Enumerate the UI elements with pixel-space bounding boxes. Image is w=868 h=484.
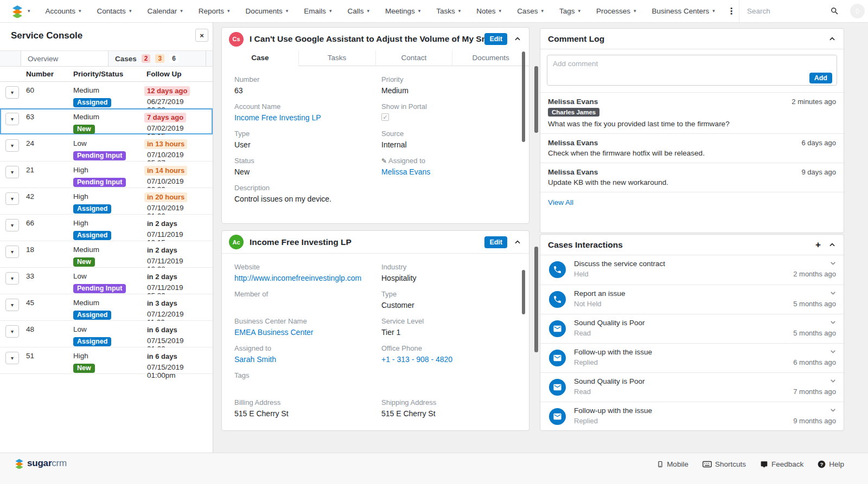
tab-contact[interactable]: Contact xyxy=(376,50,453,66)
sugarcrm-brand[interactable]: sugarcrm xyxy=(14,458,67,469)
case-title: I Can't Use Google Assistant to Adjust t… xyxy=(250,34,484,44)
account-card-scrollbar[interactable] xyxy=(522,270,525,314)
edit-account-button[interactable]: Edit xyxy=(484,236,507,248)
chevron-down-icon[interactable] xyxy=(829,347,837,357)
footer-link-feedback[interactable]: Feedback xyxy=(760,460,803,468)
row-expand-button[interactable]: ▾ xyxy=(5,166,19,178)
table-row[interactable]: ▾ 51 High New in 6 days 07/15/2019 01:00… xyxy=(0,347,213,374)
more-menu-icon[interactable]: ⋮ xyxy=(724,6,739,16)
comment-text: Check when the firmware hotfix will be r… xyxy=(548,149,836,157)
nav-menu-item-reports[interactable]: Reports ▾ xyxy=(199,7,230,15)
footer-link-shortcuts[interactable]: Shortcuts xyxy=(703,460,746,468)
collapse-icon[interactable] xyxy=(828,35,836,43)
show-in-portal-checkbox[interactable]: ✓ xyxy=(381,113,389,121)
tab-overview[interactable]: Overview xyxy=(21,51,108,66)
table-row[interactable]: ▾ 18 Medium New in 2 days 07/11/2019 12:… xyxy=(0,241,213,268)
tab-documents[interactable]: Documents xyxy=(452,50,529,66)
table-row[interactable]: ▾ 24 Low Pending Input in 13 hours 07/10… xyxy=(0,135,213,162)
case-status-value: New xyxy=(234,167,373,177)
row-expand-button[interactable]: ▾ xyxy=(5,352,19,364)
nav-menu-item-business-centers[interactable]: Business Centers ▾ xyxy=(652,7,715,15)
tab-cases[interactable]: Cases 2 3 6 xyxy=(108,51,206,66)
interaction-row[interactable]: Follow-up with the issue Replied 9 month… xyxy=(540,402,844,431)
row-expand-button[interactable]: ▾ xyxy=(5,113,19,125)
col-priority-status[interactable]: Priority/Status xyxy=(73,70,123,78)
col-number[interactable]: Number xyxy=(26,70,54,78)
nav-menu-item-documents[interactable]: Documents ▾ xyxy=(246,7,289,15)
col-follow-up[interactable]: Follow Up xyxy=(146,70,182,78)
row-expand-button[interactable]: ▾ xyxy=(5,139,19,152)
table-row[interactable]: ▾ 66 High Assigned in 2 days 07/11/2019 … xyxy=(0,215,213,241)
add-comment-input[interactable] xyxy=(547,55,837,86)
comment-author: Melissa Evans xyxy=(548,139,836,147)
interaction-row[interactable]: Follow-up with the issue Replied 6 month… xyxy=(540,343,844,372)
case-card-scrollbar[interactable] xyxy=(522,51,525,142)
badge-overdue-count: 2 xyxy=(142,54,151,63)
field-label: Industry xyxy=(381,263,520,271)
home-menu[interactable]: ▾ xyxy=(0,5,30,18)
chevron-down-icon[interactable] xyxy=(829,406,837,416)
add-comment-button[interactable]: Add xyxy=(809,73,832,83)
row-expand-button[interactable]: ▾ xyxy=(5,272,19,285)
close-icon[interactable]: × xyxy=(195,29,208,42)
row-expand-button[interactable]: ▾ xyxy=(5,219,19,231)
collapse-icon[interactable] xyxy=(514,35,521,43)
view-all-link[interactable]: View All xyxy=(540,192,844,212)
account-name-link[interactable]: Income Free Investing LP xyxy=(234,113,373,122)
nav-menu-item-emails[interactable]: Emails ▾ xyxy=(304,7,331,15)
notifications-badge[interactable]: 0 xyxy=(850,4,865,18)
row-expand-button[interactable]: ▾ xyxy=(5,246,19,258)
table-row[interactable]: ▾ 42 High Assigned in 20 hours 07/10/201… xyxy=(0,188,213,215)
email-icon xyxy=(553,324,562,333)
nav-menu-item-processes[interactable]: Processes ▾ xyxy=(596,7,636,15)
tab-case[interactable]: Case xyxy=(222,50,299,66)
footer-link-help[interactable]: ? Help xyxy=(818,460,844,468)
field-label: Tags xyxy=(234,371,520,379)
table-row[interactable]: ▾ 21 High Pending Input in 14 hours 07/1… xyxy=(0,162,213,188)
field-label: Member of xyxy=(234,290,373,298)
interaction-row[interactable]: Discuss the service contract Held 2 mont… xyxy=(540,255,844,285)
collapse-icon[interactable] xyxy=(514,238,521,246)
interaction-row[interactable]: Sound Quality is Poor Read 5 months ago xyxy=(540,314,844,343)
add-interaction-icon[interactable]: + xyxy=(815,240,821,249)
nav-menu-item-calls[interactable]: Calls ▾ xyxy=(347,7,369,15)
edit-case-button[interactable]: Edit xyxy=(484,33,507,45)
phone-icon xyxy=(553,295,562,304)
nav-menu-item-meetings[interactable]: Meetings ▾ xyxy=(385,7,420,15)
nav-menu-item-accounts[interactable]: Accounts ▾ xyxy=(46,7,81,15)
assigned-to-link[interactable]: Melissa Evans xyxy=(381,167,520,177)
office-phone-link[interactable]: +1 - 313 - 908 - 4820 xyxy=(381,355,520,364)
nav-menu-item-notes[interactable]: Notes ▾ xyxy=(476,7,501,15)
table-row[interactable]: ▾ 33 Low Pending Input in 2 days 07/11/2… xyxy=(0,268,213,294)
chevron-down-icon[interactable] xyxy=(829,259,837,269)
search-input[interactable] xyxy=(747,7,818,15)
industry-value: Hospitality xyxy=(381,274,520,283)
column-scrollbar[interactable] xyxy=(534,66,538,133)
table-row[interactable]: ▾ 60 Medium Assigned 12 days ago 06/27/2… xyxy=(0,82,213,108)
table-row[interactable]: ▾ 45 Medium Assigned in 3 days 07/12/201… xyxy=(0,294,213,321)
nav-menu-item-calendar[interactable]: Calendar ▾ xyxy=(147,7,182,15)
row-expand-button[interactable]: ▾ xyxy=(5,325,19,338)
tab-tasks[interactable]: Tasks xyxy=(299,50,376,66)
nav-menu-item-cases[interactable]: Cases ▾ xyxy=(517,7,544,15)
account-assigned-link[interactable]: Sarah Smith xyxy=(234,355,373,364)
chevron-down-icon[interactable] xyxy=(829,377,837,386)
footer-link-mobile[interactable]: Mobile xyxy=(657,460,688,468)
row-expand-button[interactable]: ▾ xyxy=(5,86,19,99)
interaction-row[interactable]: Sound Quality is Poor Read 7 months ago xyxy=(540,372,844,402)
nav-menu-item-tasks[interactable]: Tasks ▾ xyxy=(436,7,461,15)
table-row[interactable]: ▾ 63 Medium New 7 days ago 07/02/2019 10… xyxy=(0,108,213,135)
nav-menu-item-contacts[interactable]: Contacts ▾ xyxy=(97,7,132,15)
column-scrollbar[interactable] xyxy=(534,247,538,352)
row-expand-button[interactable]: ▾ xyxy=(5,192,19,205)
table-row[interactable]: ▾ 48 Low Assigned in 6 days 07/15/2019 0… xyxy=(0,321,213,347)
row-expand-button[interactable]: ▾ xyxy=(5,299,19,311)
collapse-icon[interactable] xyxy=(828,241,836,249)
nav-menu-item-tags[interactable]: Tags ▾ xyxy=(559,7,580,15)
website-link[interactable]: http://www.incomefreeinvestinglp.com xyxy=(234,274,373,283)
business-center-link[interactable]: EMEA Business Center xyxy=(234,328,373,337)
chevron-down-icon[interactable] xyxy=(829,318,837,328)
interaction-row[interactable]: Report an issue Not Held 5 months ago xyxy=(540,285,844,314)
chevron-down-icon[interactable] xyxy=(829,289,837,299)
search-icon[interactable] xyxy=(830,7,839,16)
